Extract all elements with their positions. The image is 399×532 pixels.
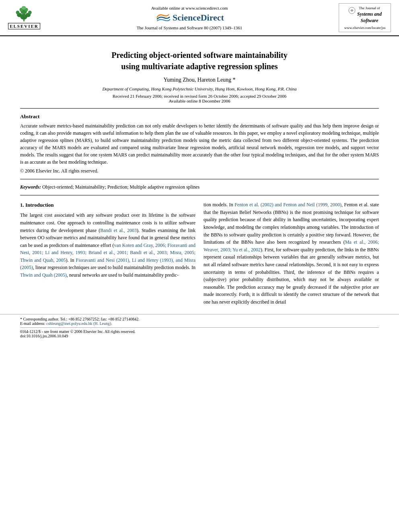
journal-title-box: The Journal of Systems and Software www.… (339, 3, 391, 32)
abstract-section: Abstract Accurate software metrics-based… (20, 113, 379, 174)
footer-ids: 0164-1212/$ - see front matter © 2006 El… (20, 327, 379, 338)
page: ELSEVIER Available online at www.science… (0, 0, 399, 532)
intro-heading: 1. Introduction (20, 201, 195, 209)
main-content: Predicting object-oriented software main… (0, 36, 399, 310)
elsevier-tree-icon (13, 6, 35, 22)
col-right: tion models. In Fenton et al. (2002) and… (204, 201, 379, 306)
col-left: 1. Introduction The largest cost associa… (20, 201, 195, 306)
affiliation: Department of Computing, Hong Kong Polyt… (20, 86, 379, 91)
copyright: © 2006 Elsevier Inc. All rights reserved… (20, 168, 379, 174)
doi-line: doi:10.1016/j.jss.2006.10.049 (20, 334, 379, 338)
ref-thwin-quah: Thwin and Quah (2005) (20, 272, 67, 278)
elsevier-logo-area: ELSEVIER (8, 6, 40, 29)
footer-area: * Corresponding author. Tel.: +86 852 27… (0, 314, 399, 338)
journal-title-text: The Journal of Systems and Software (357, 6, 382, 24)
abstract-heading: Abstract (20, 113, 379, 120)
ref-ma-2006: Ma et al., 2006; Weaver, 2003; Yu et al.… (204, 239, 379, 253)
sciencedirect-text: ScienceDirect (173, 12, 224, 23)
authors: Yuming Zhou, Hareton Leung * (20, 77, 379, 83)
separator-3 (20, 195, 379, 195)
keywords-text: Object-oriented; Maintainability; Predic… (42, 184, 200, 190)
intro-paragraph-left: The largest cost associated with any sof… (20, 212, 195, 279)
elsevier-label: ELSEVIER (8, 23, 40, 29)
abstract-text: Accurate software metrics-based maintain… (20, 122, 379, 166)
two-column-section: 1. Introduction The largest cost associa… (20, 201, 379, 306)
keywords-line: Keywords: Object-oriented; Maintainabili… (20, 184, 379, 190)
article-title: Predicting object-oriented software main… (20, 49, 379, 72)
separator-2 (20, 179, 379, 179)
elsevier-logo: ELSEVIER (8, 6, 40, 29)
email-line: E-mail address: cshleung@inet.polyu.edu.… (20, 321, 379, 326)
svg-point-4 (16, 11, 20, 14)
header: ELSEVIER Available online at www.science… (0, 0, 399, 36)
email-address: cshleung@inet.polyu.edu.hk (H. Leung). (46, 321, 112, 326)
issn-line: 0164-1212/$ - see front matter © 2006 El… (20, 329, 379, 334)
svg-point-5 (28, 11, 32, 14)
header-center: Available online at www.sciencedirect.co… (40, 6, 339, 30)
separator-1 (20, 108, 379, 109)
received-dates: Received 21 February 2006; received in r… (20, 94, 379, 103)
keywords-label: Keywords: (20, 184, 41, 190)
journal-line: The Journal of Systems and Software 80 (… (137, 25, 243, 30)
available-online-text: Available online at www.sciencedirect.co… (151, 6, 228, 10)
ref-fenton-2002: Fenton et al. (2002) and Fenton and Neil… (234, 202, 341, 207)
journal-logo-icon (348, 6, 356, 14)
sciencedirect-logo: ScienceDirect (155, 12, 224, 23)
intro-paragraph-right: tion models. In Fenton et al. (2002) and… (204, 201, 379, 306)
sciencedirect-icon (155, 12, 171, 23)
ref-bandi-2003: Bandi et al., 2003 (100, 228, 137, 233)
journal-url: www.elsevier.com/locate/jss (344, 26, 385, 30)
corresponding-author: * Corresponding author. Tel.: +86 852 27… (20, 317, 379, 321)
svg-point-9 (22, 6, 26, 10)
